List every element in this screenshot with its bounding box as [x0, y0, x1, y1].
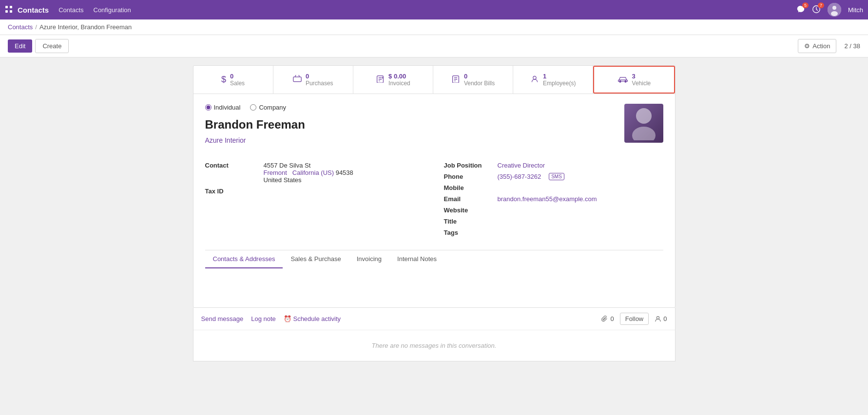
address-city[interactable]: Fremont: [264, 169, 287, 176]
contact-avatar[interactable]: [624, 104, 663, 143]
svg-rect-3: [10, 10, 12, 13]
tab-invoicing-label: Invoicing: [357, 255, 382, 263]
sales-count: 0: [230, 73, 233, 80]
svg-point-15: [636, 108, 652, 124]
tab-sales-purchase-label: Sales & Purchase: [290, 255, 341, 263]
create-button[interactable]: Create: [35, 39, 69, 53]
address-block: 4557 De Silva St Fremont California (US)…: [264, 162, 353, 184]
radio-individual-input[interactable]: [205, 104, 212, 111]
title-label: Title: [444, 218, 493, 225]
tabs-bar: Contacts & Addresses Sales & Purchase In…: [205, 250, 663, 268]
chat-icon-wrapper[interactable]: 5: [796, 5, 805, 15]
smart-btn-invoiced[interactable]: $ 0.00 Invoiced: [353, 66, 433, 94]
edit-button[interactable]: Edit: [8, 39, 32, 53]
smart-btn-purchases[interactable]: 0 Purchases: [273, 66, 353, 94]
email-value[interactable]: brandon.freeman55@example.com: [498, 195, 597, 203]
vendor-bills-count: 0: [464, 73, 467, 80]
follow-button[interactable]: Follow: [620, 313, 649, 325]
contact-card: $ 0 Sales 0 Purchases: [193, 65, 675, 308]
address-city-line: Fremont California (US) 94538: [264, 169, 353, 176]
address-state: [289, 169, 291, 176]
phone-row: Phone (355)-687-3262 SMS: [444, 173, 663, 180]
breadcrumb-parent[interactable]: Contacts: [8, 23, 33, 31]
username[interactable]: Mitch: [848, 6, 863, 14]
purchases-icon: [293, 75, 302, 84]
attachment-stat[interactable]: 0: [601, 315, 614, 322]
nav-menu: Contacts Configuration: [58, 6, 131, 14]
address-state-link[interactable]: California (US): [292, 169, 334, 176]
breadcrumb-separator: /: [35, 23, 37, 31]
smart-btn-vendor-bills[interactable]: 0 Vendor Bills: [433, 66, 513, 94]
grid-icon[interactable]: [5, 5, 13, 15]
invoiced-label: Invoiced: [388, 80, 410, 87]
radio-individual[interactable]: Individual: [205, 104, 241, 111]
sms-badge[interactable]: SMS: [549, 173, 564, 180]
tab-internal-notes[interactable]: Internal Notes: [389, 250, 444, 268]
dollar-icon: $: [221, 75, 226, 85]
tax-id-label: Tax ID: [205, 188, 259, 195]
contact-main-info: Individual Company Brandon Freeman Azure…: [205, 104, 305, 154]
radio-company[interactable]: Company: [250, 104, 286, 111]
action-bar: Edit Create ⚙ Action 2 / 38: [0, 35, 868, 57]
schedule-activity-button[interactable]: ⏰ Schedule activity: [284, 313, 341, 324]
action-label: Action: [812, 42, 830, 50]
send-message-button[interactable]: Send message: [201, 313, 244, 324]
tab-contacts-addresses-label: Contacts & Addresses: [213, 255, 275, 263]
avatar[interactable]: [828, 3, 841, 17]
chat-badge: 5: [802, 2, 809, 8]
address-zip: 94538: [336, 169, 353, 176]
schedule-icon: ⏰: [284, 315, 291, 322]
mobile-row: Mobile: [444, 184, 663, 191]
job-position-value[interactable]: Creative Director: [498, 162, 545, 169]
gear-icon: ⚙: [804, 42, 810, 50]
clock-icon-wrapper[interactable]: 7: [812, 5, 821, 15]
tab-sales-purchase[interactable]: Sales & Purchase: [283, 250, 348, 268]
app-name[interactable]: Contacts: [18, 6, 49, 14]
phone-label: Phone: [444, 173, 493, 180]
follower-count: 0: [663, 315, 667, 322]
phone-value[interactable]: (355)-687-3262: [498, 173, 541, 180]
title-row: Title: [444, 218, 663, 225]
smart-btn-sales[interactable]: $ 0 Sales: [193, 66, 273, 94]
tab-contacts-addresses[interactable]: Contacts & Addresses: [205, 250, 283, 268]
vendor-bills-icon: [451, 75, 460, 84]
log-note-button[interactable]: Log note: [251, 313, 276, 324]
tags-row: Tags: [444, 229, 663, 236]
tags-label: Tags: [444, 229, 493, 236]
navbar: Contacts Contacts Configuration 5 7 Mitc…: [0, 0, 868, 19]
employees-count: 1: [543, 73, 546, 80]
svg-point-16: [632, 127, 656, 140]
company-link[interactable]: Azure Interior: [205, 136, 305, 144]
employees-icon: [530, 75, 539, 84]
follower-stat[interactable]: 0: [655, 315, 667, 322]
job-position-row: Job Position Creative Director: [444, 162, 663, 169]
contact-form: Individual Company Brandon Freeman Azure…: [193, 94, 675, 307]
website-row: Website: [444, 207, 663, 214]
smart-btn-employees[interactable]: 1 Employee(s): [513, 66, 593, 94]
attachment-icon: [601, 316, 608, 322]
breadcrumb: Contacts / Azure Interior, Brandon Freem…: [0, 19, 868, 35]
tax-id-field-row: Tax ID: [205, 188, 434, 195]
smart-btn-vehicle[interactable]: 3 Vehicle: [593, 66, 675, 94]
radio-company-input[interactable]: [250, 104, 256, 111]
svg-point-14: [625, 81, 626, 82]
svg-rect-0: [5, 6, 8, 8]
employees-label: Employee(s): [543, 80, 576, 87]
website-label: Website: [444, 207, 493, 214]
svg-point-13: [619, 81, 621, 82]
nav-configuration[interactable]: Configuration: [94, 6, 131, 14]
address-street: 4557 De Silva St: [264, 162, 353, 169]
svg-rect-8: [293, 77, 301, 82]
mobile-label: Mobile: [444, 184, 493, 191]
pagination: 2 / 38: [844, 42, 860, 50]
sales-label: Sales: [230, 80, 245, 87]
svg-point-11: [533, 76, 536, 79]
tab-invoicing[interactable]: Invoicing: [349, 250, 389, 268]
svg-point-17: [657, 316, 659, 319]
nav-contacts[interactable]: Contacts: [58, 6, 83, 14]
action-button[interactable]: ⚙ Action: [798, 39, 836, 53]
svg-point-7: [831, 11, 838, 16]
main-content: $ 0 Sales 0 Purchases: [0, 57, 868, 375]
email-label: Email: [444, 195, 493, 203]
job-position-label: Job Position: [444, 162, 493, 169]
